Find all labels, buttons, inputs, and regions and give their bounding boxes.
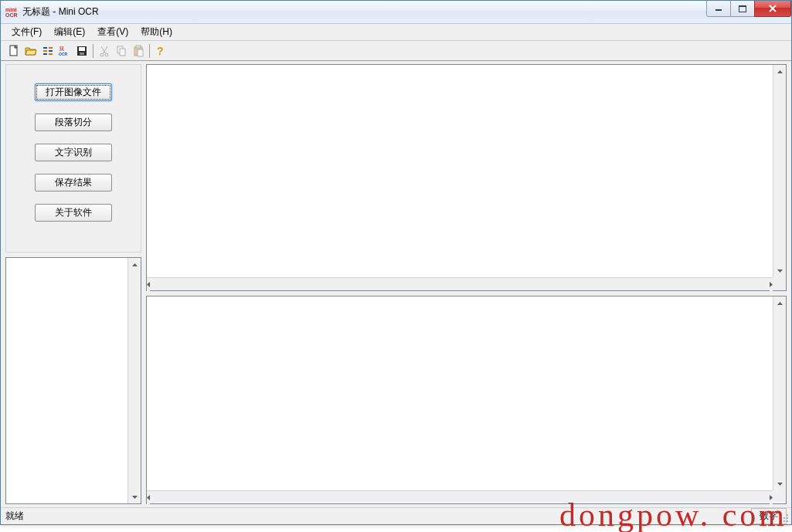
help-icon: ?: [155, 45, 167, 57]
toolbar-ocr-button[interactable]: 汉 OCR: [56, 42, 73, 59]
segment-button[interactable]: 段落切分: [35, 114, 112, 131]
toolbar-separator: [149, 44, 150, 58]
svg-point-24: [784, 517, 785, 519]
scroll-corner: [773, 277, 786, 290]
close-button[interactable]: [754, 1, 791, 17]
svg-rect-0: [716, 9, 722, 11]
svg-rect-18: [120, 49, 125, 56]
svg-rect-4: [43, 47, 47, 49]
open-image-button[interactable]: 打开图像文件: [35, 83, 112, 101]
svg-rect-9: [49, 53, 53, 55]
scroll-down-icon[interactable]: [773, 264, 786, 277]
text-vscrollbar[interactable]: [773, 296, 786, 490]
ocr-icon: 汉 OCR: [59, 45, 71, 57]
svg-point-28: [787, 520, 788, 522]
scroll-down-icon[interactable]: [128, 490, 141, 503]
save-result-button[interactable]: 保存结果: [35, 174, 112, 191]
scroll-track[interactable]: [773, 310, 786, 477]
titlebar[interactable]: mini OCR 无标题 - Mini OCR: [1, 1, 791, 24]
cut-icon: [98, 45, 110, 57]
new-file-icon: [8, 45, 20, 57]
app-icon: mini OCR: [5, 6, 19, 19]
toolbar-new-button[interactable]: [5, 42, 22, 59]
scroll-track[interactable]: [150, 491, 770, 503]
scroll-track[interactable]: [773, 78, 786, 264]
scroll-up-icon[interactable]: [128, 258, 141, 271]
recognize-button[interactable]: 文字识别: [35, 144, 112, 161]
toolbar-segment-button[interactable]: [39, 42, 56, 59]
scroll-down-icon[interactable]: [773, 477, 786, 490]
window-controls: [707, 1, 791, 17]
statusbar: 就绪 数字: [1, 507, 791, 524]
maximize-icon: [739, 5, 746, 12]
minimize-icon: [715, 5, 722, 12]
copy-icon: [115, 45, 127, 57]
svg-point-25: [787, 517, 788, 519]
svg-point-15: [100, 53, 104, 56]
menu-edit[interactable]: 编辑(E): [48, 24, 91, 40]
toolbar-paste-button[interactable]: [130, 42, 147, 59]
menubar: 文件(F) 编辑(E) 查看(V) 帮助(H): [1, 24, 791, 41]
text-pane[interactable]: [146, 296, 787, 504]
app-icon-line2: OCR: [5, 12, 18, 18]
svg-point-23: [787, 514, 788, 516]
svg-rect-21: [138, 49, 143, 56]
minimize-button[interactable]: [706, 1, 731, 17]
thumbnail-vscrollbar[interactable]: [127, 258, 141, 503]
svg-rect-7: [49, 50, 53, 52]
resize-grip-icon[interactable]: [777, 511, 790, 524]
toolbar-separator: [93, 44, 93, 58]
svg-rect-14: [80, 53, 84, 55]
maximize-button[interactable]: [730, 1, 755, 17]
action-panel: 打开图像文件 段落切分 文字识别 保存结果 关于软件: [5, 64, 141, 252]
toolbar: 汉 OCR ?: [1, 41, 791, 61]
app-icon-line1: mini: [5, 7, 16, 12]
scroll-up-icon[interactable]: [773, 296, 786, 310]
toolbar-open-button[interactable]: [22, 42, 39, 59]
svg-rect-13: [79, 47, 85, 51]
main-column: [146, 61, 791, 507]
menu-help[interactable]: 帮助(H): [134, 24, 178, 40]
toolbar-save-button[interactable]: [73, 42, 90, 59]
scroll-track[interactable]: [128, 271, 141, 490]
toolbar-copy-button[interactable]: [113, 42, 130, 59]
toolbar-help-button[interactable]: ?: [152, 42, 169, 59]
close-icon: [768, 5, 777, 12]
app-window: mini OCR 无标题 - Mini OCR 文件(F) 编辑(E) 查看(V…: [0, 0, 792, 525]
paste-icon: [132, 45, 144, 57]
window-title: 无标题 - Mini OCR: [22, 5, 99, 19]
client-area: 打开图像文件 段落切分 文字识别 保存结果 关于软件: [1, 61, 791, 507]
image-hscrollbar[interactable]: [147, 277, 773, 290]
side-column: 打开图像文件 段落切分 文字识别 保存结果 关于软件: [1, 61, 146, 507]
status-ready: 就绪: [5, 510, 748, 523]
save-icon: [76, 45, 88, 57]
svg-rect-20: [136, 46, 141, 48]
image-vscrollbar[interactable]: [773, 65, 786, 277]
svg-text:汉: 汉: [59, 46, 65, 51]
svg-text:OCR: OCR: [59, 52, 68, 56]
svg-point-27: [784, 520, 785, 522]
svg-point-16: [105, 53, 108, 56]
scroll-corner: [773, 490, 786, 503]
svg-rect-5: [49, 47, 53, 49]
segment-icon: [42, 45, 54, 57]
toolbar-cut-button[interactable]: [96, 42, 113, 59]
open-folder-icon: [25, 45, 37, 57]
menu-file[interactable]: 文件(F): [5, 24, 48, 40]
svg-text:?: ?: [157, 45, 164, 57]
scroll-up-icon[interactable]: [773, 65, 786, 78]
svg-rect-8: [43, 53, 47, 55]
svg-point-26: [780, 520, 782, 522]
scroll-track[interactable]: [150, 278, 770, 290]
menu-view[interactable]: 查看(V): [91, 24, 134, 40]
svg-rect-6: [43, 50, 47, 52]
image-pane: [146, 64, 787, 291]
about-button[interactable]: 关于软件: [35, 204, 112, 222]
svg-rect-2: [739, 5, 746, 7]
text-hscrollbar[interactable]: [147, 490, 773, 503]
thumbnail-panel: [5, 257, 141, 504]
